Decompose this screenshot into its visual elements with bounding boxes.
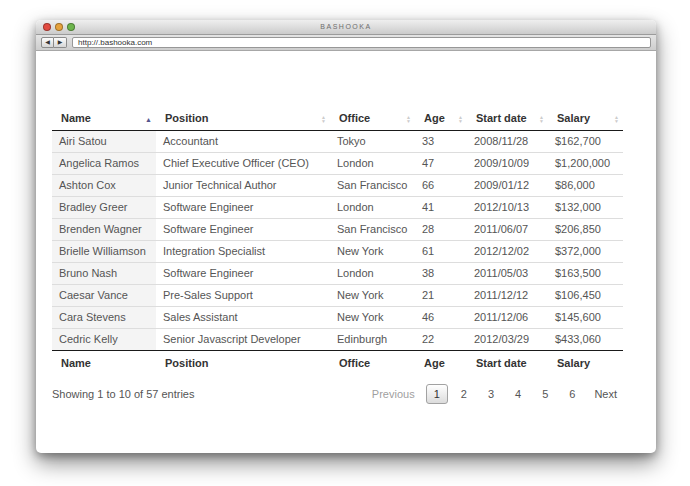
column-header-name[interactable]: Name▲ [52, 107, 156, 131]
forward-button[interactable]: ▶ [54, 37, 67, 48]
cell-age: 21 [415, 285, 467, 307]
cell-age: 41 [415, 197, 467, 219]
url-field[interactable]: http://.bashooka.com [72, 37, 651, 48]
cell-office: San Francisco [330, 219, 415, 241]
cell-position: Accountant [156, 131, 330, 153]
cell-name: Ashton Cox [52, 175, 156, 197]
cell-salary: $372,000 [548, 241, 623, 263]
table-footer-row: NamePositionOfficeAgeStart dateSalary [52, 351, 623, 377]
cell-name: Airi Satou [52, 131, 156, 153]
cell-office: San Francisco [330, 175, 415, 197]
cell-start-date: 2012/12/02 [467, 241, 548, 263]
cell-salary: $132,000 [548, 197, 623, 219]
cell-salary: $1,200,000 [548, 153, 623, 175]
page-button-4[interactable]: 4 [507, 384, 529, 404]
cell-start-date: 2009/01/12 [467, 175, 548, 197]
table-row[interactable]: Bradley GreerSoftware EngineerLondon4120… [52, 197, 623, 219]
cell-name: Brenden Wagner [52, 219, 156, 241]
cell-position: Pre-Sales Support [156, 285, 330, 307]
page-button-2[interactable]: 2 [453, 384, 475, 404]
table-row[interactable]: Brielle WilliamsonIntegration Specialist… [52, 241, 623, 263]
column-label: Salary [557, 112, 590, 124]
column-label: Office [339, 112, 370, 124]
cell-start-date: 2011/12/12 [467, 285, 548, 307]
table-body: Airi SatouAccountantTokyo332008/11/28$16… [52, 131, 623, 351]
back-button[interactable]: ◀ [41, 37, 54, 48]
cell-name: Angelica Ramos [52, 153, 156, 175]
cell-age: 33 [415, 131, 467, 153]
cell-name: Brielle Williamson [52, 241, 156, 263]
page-buttons: 123456 [426, 384, 584, 404]
table-row[interactable]: Cara StevensSales AssistantNew York46201… [52, 307, 623, 329]
footer-column-position: Position [156, 351, 330, 377]
table-row[interactable]: Brenden WagnerSoftware EngineerSan Franc… [52, 219, 623, 241]
table-row[interactable]: Airi SatouAccountantTokyo332008/11/28$16… [52, 131, 623, 153]
table-row[interactable]: Bruno NashSoftware EngineerLondon382011/… [52, 263, 623, 285]
cell-start-date: 2008/11/28 [467, 131, 548, 153]
table-info: Showing 1 to 10 of 57 entries [52, 388, 194, 400]
minimize-button[interactable] [55, 23, 63, 31]
cell-age: 46 [415, 307, 467, 329]
window-titlebar[interactable]: BASHOOKA [36, 20, 656, 35]
page-button-1[interactable]: 1 [426, 384, 448, 404]
cell-salary: $433,060 [548, 329, 623, 351]
column-header-start-date[interactable]: Start date▲▼ [467, 107, 548, 131]
zoom-button[interactable] [67, 23, 75, 31]
cell-age: 22 [415, 329, 467, 351]
column-header-office[interactable]: Office▲▼ [330, 107, 415, 131]
table-row[interactable]: Caesar VancePre-Sales SupportNew York212… [52, 285, 623, 307]
cell-name: Bradley Greer [52, 197, 156, 219]
sort-icon: ▲▼ [406, 115, 411, 123]
sort-icon: ▲▼ [458, 115, 463, 123]
cell-position: Sales Assistant [156, 307, 330, 329]
cell-name: Cedric Kelly [52, 329, 156, 351]
cell-office: London [330, 197, 415, 219]
table-row[interactable]: Cedric KellySenior Javascript DeveloperE… [52, 329, 623, 351]
cell-start-date: 2011/12/06 [467, 307, 548, 329]
cell-salary: $86,000 [548, 175, 623, 197]
cell-name: Caesar Vance [52, 285, 156, 307]
cell-salary: $163,500 [548, 263, 623, 285]
window-title: BASHOOKA [36, 20, 656, 34]
cell-office: London [330, 153, 415, 175]
cell-position: Software Engineer [156, 263, 330, 285]
cell-start-date: 2011/05/03 [467, 263, 548, 285]
cell-salary: $162,700 [548, 131, 623, 153]
cell-office: New York [330, 241, 415, 263]
traffic-lights [43, 23, 75, 31]
page-button-6[interactable]: 6 [561, 384, 583, 404]
column-header-age[interactable]: Age▲▼ [415, 107, 467, 131]
table-row[interactable]: Angelica RamosChief Executive Officer (C… [52, 153, 623, 175]
table-controls: Showing 1 to 10 of 57 entries Previous 1… [52, 384, 623, 404]
column-header-position[interactable]: Position▲▼ [156, 107, 330, 131]
cell-start-date: 2012/10/13 [467, 197, 548, 219]
footer-column-age: Age [415, 351, 467, 377]
previous-button[interactable]: Previous [366, 385, 421, 403]
next-button[interactable]: Next [588, 385, 623, 403]
cell-salary: $206,850 [548, 219, 623, 241]
cell-age: 28 [415, 219, 467, 241]
column-header-salary[interactable]: Salary▲▼ [548, 107, 623, 131]
table-row[interactable]: Ashton CoxJunior Technical AuthorSan Fra… [52, 175, 623, 197]
cell-office: London [330, 263, 415, 285]
cell-salary: $106,450 [548, 285, 623, 307]
data-table: Name▲Position▲▼Office▲▼Age▲▼Start date▲▼… [52, 107, 623, 376]
footer-column-name: Name [52, 351, 156, 377]
cell-salary: $145,600 [548, 307, 623, 329]
sort-icon: ▲▼ [539, 115, 544, 123]
page-content: Name▲Position▲▼Office▲▼Age▲▼Start date▲▼… [36, 51, 656, 404]
page-button-3[interactable]: 3 [480, 384, 502, 404]
column-label: Age [424, 112, 445, 124]
cell-position: Integration Specialist [156, 241, 330, 263]
page-button-5[interactable]: 5 [534, 384, 556, 404]
cell-start-date: 2011/06/07 [467, 219, 548, 241]
sort-icon: ▲▼ [321, 115, 326, 123]
cell-office: Tokyo [330, 131, 415, 153]
close-button[interactable] [43, 23, 51, 31]
column-label: Start date [476, 112, 527, 124]
cell-age: 47 [415, 153, 467, 175]
table-header-row: Name▲Position▲▼Office▲▼Age▲▼Start date▲▼… [52, 107, 623, 131]
cell-position: Chief Executive Officer (CEO) [156, 153, 330, 175]
cell-age: 38 [415, 263, 467, 285]
footer-column-office: Office [330, 351, 415, 377]
